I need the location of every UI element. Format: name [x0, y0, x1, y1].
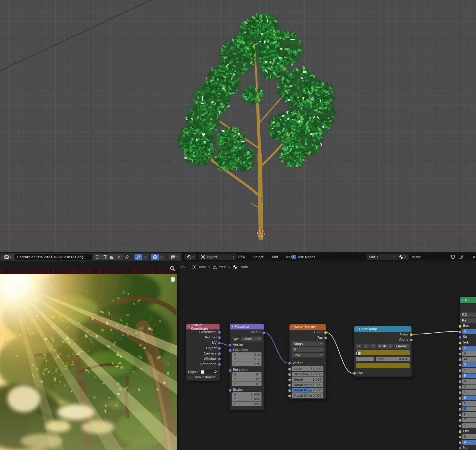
number-field[interactable]: X1.000 [232, 392, 262, 397]
node-header[interactable]: ▾ Wave Texture [289, 324, 326, 330]
mapping-output-vector[interactable]: Vector [230, 329, 264, 335]
remove-stop-button[interactable]: − [363, 344, 369, 349]
texcoord-output-normal[interactable]: Normal [186, 335, 220, 340]
shader-node-editor[interactable]: <> Tunk > tree > Trunk [179, 261, 476, 450]
close-icon[interactable]: × [472, 254, 476, 259]
folder-icon[interactable] [108, 255, 115, 259]
bsdf-row[interactable]: I [460, 412, 476, 417]
wave-param-detail-scale[interactable]: Detail Scale1.000 [292, 382, 323, 387]
bsdf-row[interactable]: GG▾ [460, 312, 476, 317]
menu-select[interactable]: Select [250, 253, 267, 261]
shield-icon[interactable] [451, 255, 455, 259]
menu-view[interactable]: View [234, 253, 249, 261]
image-editor[interactable] [0, 261, 179, 450]
number-field[interactable]: Z1.000 [232, 402, 262, 406]
bsdf-row[interactable]: S [460, 346, 476, 351]
tree-object[interactable] [177, 12, 336, 238]
wave-param-scale[interactable]: Scale10.000 [292, 366, 323, 371]
stop-position-field[interactable]: Pos 0.036 [376, 357, 410, 361]
mapping-type-dropdown[interactable]: Point▾ [241, 337, 262, 341]
colorramp-output-alpha[interactable]: Alpha [354, 337, 411, 343]
node-header[interactable]: ▾ ColorRamp [354, 326, 411, 332]
zoom-plus-icon[interactable] [170, 265, 176, 272]
wave-dropdown-x[interactable]: X▾ [292, 347, 324, 352]
texcoord-output-reflection[interactable]: Reflection [186, 362, 220, 367]
material-slot-dropdown[interactable]: Slot 1 ▾ [367, 254, 397, 260]
shader-mode-dropdown[interactable]: Object ▾ [199, 254, 236, 260]
add-stop-button[interactable]: + [356, 344, 362, 349]
bsdf-row[interactable]: A [460, 385, 476, 389]
node-header[interactable]: ▾ Texture Coordinate [186, 324, 220, 329]
bsdf-row[interactable]: A [460, 379, 476, 384]
node-mapping[interactable]: ▾ Mapping Vector Type: Point▾ Vector Loc… [230, 324, 264, 410]
bsdf-row[interactable]: S [460, 396, 476, 400]
bsdf-row[interactable]: S [460, 368, 476, 373]
node-wave-texture[interactable]: ▾ Wave Texture Color Fac Rings▾X▾Saw▾ Ve… [289, 324, 326, 399]
breadcrumb-nav-icon[interactable]: <> [180, 265, 186, 269]
breadcrumb-mesh[interactable]: tree [219, 265, 226, 269]
texcoord-output-window[interactable]: Window [186, 356, 220, 362]
bsdf-row[interactable]: Ra▾ [460, 318, 476, 323]
breadcrumb-object[interactable]: Tunk [198, 265, 206, 269]
collapse-chevron-icon[interactable]: ▾ [232, 326, 233, 328]
image-filename-field[interactable]: Captura de tela 2023-10-02 230324.png [15, 254, 92, 260]
texcoord-output-generated[interactable]: Generated [186, 329, 220, 335]
image-editor-type-button[interactable]: ▾ [2, 254, 14, 260]
wave-param-detail[interactable]: Detail2.000 [292, 377, 323, 382]
bsdf-row[interactable]: E [460, 434, 476, 439]
number-field[interactable]: Z0 m [232, 362, 262, 366]
node-texture-coordinate[interactable]: ▾ Texture Coordinate GeneratedNormalUVOb… [186, 324, 220, 381]
wave-input-vector[interactable]: Vector [289, 360, 326, 366]
proportional-options-button[interactable]: ▾ [159, 254, 165, 260]
bsdf-row[interactable]: R [460, 374, 476, 378]
number-field[interactable]: Y1.000 [232, 397, 262, 401]
bsdf-row[interactable]: S [460, 351, 476, 356]
number-field[interactable]: X0 m [232, 352, 262, 357]
bsdf-row[interactable]: Su [460, 335, 476, 339]
interpolation-dropdown[interactable]: Linear▾ [394, 344, 410, 349]
wave-param-phase-offse[interactable]: Phase Offse0.000 [292, 393, 323, 398]
ramp-stop-handle[interactable] [357, 352, 361, 356]
number-field[interactable]: Y0° [232, 377, 262, 382]
checkbox-unchecked-icon[interactable] [188, 375, 192, 379]
number-field[interactable]: Z0° [232, 382, 262, 386]
node-header[interactable]: ▾ P [460, 297, 476, 303]
bsdf-row[interactable]: S [460, 362, 476, 367]
mapping-input-vector[interactable]: Vector [230, 342, 264, 348]
wave-param-detail-roug[interactable]: Detail Roug0.500 [292, 388, 323, 393]
pin-icon[interactable] [125, 255, 129, 259]
wave-output-fac[interactable]: Fac [289, 335, 326, 340]
from-instancer-row[interactable]: From Instancer [188, 375, 218, 379]
viewport-3d[interactable] [0, 0, 476, 252]
shield-icon[interactable] [94, 255, 101, 259]
number-field[interactable]: X0° [232, 372, 262, 377]
colorramp-input-fac[interactable]: Fac [354, 371, 411, 376]
bsdf-row[interactable]: C [460, 407, 476, 411]
collapse-chevron-icon[interactable]: ▾ [356, 328, 358, 330]
bsdf-row[interactable]: A [460, 440, 476, 445]
node-header[interactable]: ▾ Mapping [230, 324, 264, 329]
collapse-chevron-icon[interactable]: ▾ [462, 299, 463, 301]
bsdf-row[interactable]: Sub [460, 340, 476, 345]
duplicate-icon[interactable] [459, 255, 463, 259]
bsdf-row[interactable]: T [460, 418, 476, 422]
wave-dropdown-saw[interactable]: Saw▾ [292, 353, 324, 357]
texcoord-output-camera[interactable]: Camera [186, 351, 220, 356]
wave-output-color[interactable]: Color [289, 330, 326, 335]
duplicate-icon[interactable] [101, 255, 108, 259]
collapse-chevron-icon[interactable]: ▾ [188, 326, 190, 328]
wave-param-distortion[interactable]: Distortion17.200 [292, 372, 323, 376]
use-nodes-toggle[interactable]: ✓ Use Nodes [292, 255, 315, 259]
breadcrumb-material[interactable]: Trunk [239, 265, 248, 269]
image-editor-scrollbar[interactable] [177, 269, 179, 450]
bsdf-row[interactable]: Bas [460, 324, 476, 328]
material-browse-button[interactable]: ▾ [396, 254, 409, 260]
bsdf-row[interactable]: Emi [460, 429, 476, 434]
menu-add[interactable]: Add [268, 253, 281, 261]
eyedropper-icon[interactable] [214, 370, 217, 374]
bsdf-row[interactable]: S [460, 329, 476, 334]
pan-hand-icon[interactable] [170, 276, 176, 283]
colorramp-output-color[interactable]: Color [354, 332, 411, 337]
close-icon[interactable]: × [115, 255, 122, 259]
snap-options-button[interactable]: ▾ [143, 254, 148, 260]
